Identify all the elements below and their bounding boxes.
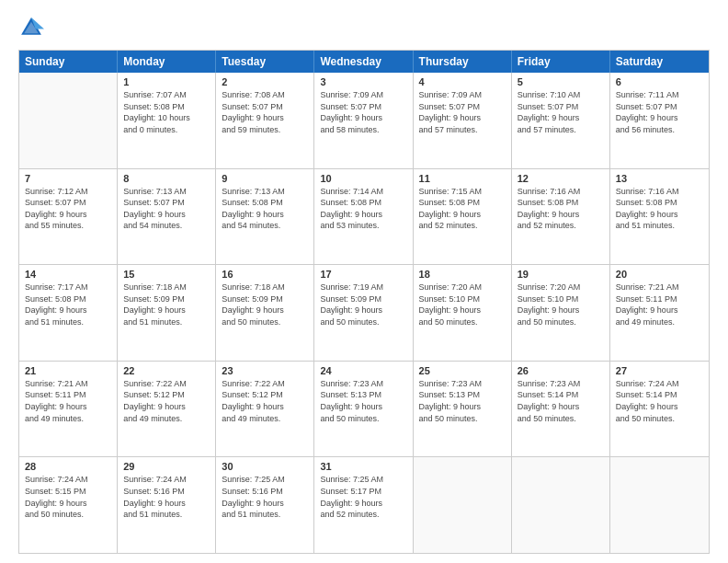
logo bbox=[18, 15, 46, 40]
calendar-day-cell: 12Sunrise: 7:16 AMSunset: 5:08 PMDayligh… bbox=[512, 169, 610, 265]
calendar-day-cell: 30Sunrise: 7:25 AMSunset: 5:16 PMDayligh… bbox=[216, 457, 314, 553]
day-info: Sunrise: 7:13 AMSunset: 5:08 PMDaylight:… bbox=[222, 186, 308, 232]
day-info: Sunrise: 7:15 AMSunset: 5:08 PMDaylight:… bbox=[419, 186, 506, 232]
day-info: Sunrise: 7:23 AMSunset: 5:14 PMDaylight:… bbox=[518, 378, 604, 424]
calendar-week-row: 21Sunrise: 7:21 AMSunset: 5:11 PMDayligh… bbox=[19, 362, 709, 458]
calendar-header-cell: Saturday bbox=[610, 51, 709, 73]
day-number: 13 bbox=[616, 173, 703, 184]
day-number: 10 bbox=[320, 173, 406, 184]
calendar-day-cell: 16Sunrise: 7:18 AMSunset: 5:09 PMDayligh… bbox=[216, 265, 314, 361]
calendar-day-cell: 15Sunrise: 7:18 AMSunset: 5:09 PMDayligh… bbox=[118, 265, 216, 361]
day-number: 12 bbox=[518, 173, 604, 184]
day-info: Sunrise: 7:11 AMSunset: 5:07 PMDaylight:… bbox=[616, 89, 703, 135]
day-number: 25 bbox=[419, 365, 506, 376]
day-info: Sunrise: 7:23 AMSunset: 5:13 PMDaylight:… bbox=[419, 378, 506, 424]
calendar-day-cell: 25Sunrise: 7:23 AMSunset: 5:13 PMDayligh… bbox=[414, 362, 512, 457]
day-info: Sunrise: 7:18 AMSunset: 5:09 PMDaylight:… bbox=[222, 282, 308, 327]
calendar-day-cell bbox=[610, 457, 709, 553]
calendar-day-cell: 2Sunrise: 7:08 AMSunset: 5:07 PMDaylight… bbox=[216, 73, 314, 168]
day-info: Sunrise: 7:16 AMSunset: 5:08 PMDaylight:… bbox=[616, 186, 703, 232]
day-number: 21 bbox=[25, 365, 111, 376]
page: SundayMondayTuesdayWednesdayThursdayFrid… bbox=[0, 0, 728, 563]
day-number: 30 bbox=[222, 461, 308, 472]
calendar-day-cell bbox=[512, 457, 610, 553]
calendar-day-cell: 1Sunrise: 7:07 AMSunset: 5:08 PMDaylight… bbox=[118, 73, 216, 168]
day-number: 16 bbox=[222, 269, 308, 280]
day-info: Sunrise: 7:16 AMSunset: 5:08 PMDaylight:… bbox=[518, 186, 604, 232]
calendar-week-row: 7Sunrise: 7:12 AMSunset: 5:07 PMDaylight… bbox=[19, 169, 709, 266]
day-number: 1 bbox=[123, 76, 210, 87]
calendar-week-row: 28Sunrise: 7:24 AMSunset: 5:15 PMDayligh… bbox=[19, 457, 709, 553]
calendar-day-cell: 23Sunrise: 7:22 AMSunset: 5:12 PMDayligh… bbox=[216, 362, 314, 457]
calendar-day-cell: 24Sunrise: 7:23 AMSunset: 5:13 PMDayligh… bbox=[314, 362, 413, 457]
calendar-day-cell: 4Sunrise: 7:09 AMSunset: 5:07 PMDaylight… bbox=[414, 73, 512, 168]
day-number: 15 bbox=[123, 269, 210, 280]
calendar-day-cell: 7Sunrise: 7:12 AMSunset: 5:07 PMDaylight… bbox=[19, 169, 118, 265]
day-number: 7 bbox=[25, 173, 111, 184]
day-info: Sunrise: 7:09 AMSunset: 5:07 PMDaylight:… bbox=[419, 89, 506, 135]
day-number: 22 bbox=[123, 365, 210, 376]
day-number: 14 bbox=[25, 269, 111, 280]
calendar-day-cell: 10Sunrise: 7:14 AMSunset: 5:08 PMDayligh… bbox=[314, 169, 413, 265]
day-info: Sunrise: 7:13 AMSunset: 5:07 PMDaylight:… bbox=[123, 186, 210, 232]
calendar-week-row: 1Sunrise: 7:07 AMSunset: 5:08 PMDaylight… bbox=[19, 73, 709, 169]
calendar-header-cell: Thursday bbox=[414, 51, 512, 73]
calendar-day-cell: 19Sunrise: 7:20 AMSunset: 5:10 PMDayligh… bbox=[512, 265, 610, 361]
day-info: Sunrise: 7:21 AMSunset: 5:11 PMDaylight:… bbox=[25, 378, 111, 424]
calendar-day-cell: 22Sunrise: 7:22 AMSunset: 5:12 PMDayligh… bbox=[118, 362, 216, 457]
calendar-day-cell: 3Sunrise: 7:09 AMSunset: 5:07 PMDaylight… bbox=[314, 73, 413, 168]
calendar-day-cell: 11Sunrise: 7:15 AMSunset: 5:08 PMDayligh… bbox=[414, 169, 512, 265]
day-number: 20 bbox=[616, 269, 703, 280]
calendar-day-cell bbox=[19, 73, 118, 168]
calendar: SundayMondayTuesdayWednesdayThursdayFrid… bbox=[18, 50, 710, 554]
day-number: 9 bbox=[222, 173, 308, 184]
day-number: 2 bbox=[222, 76, 308, 87]
day-info: Sunrise: 7:08 AMSunset: 5:07 PMDaylight:… bbox=[222, 89, 308, 135]
calendar-day-cell: 9Sunrise: 7:13 AMSunset: 5:08 PMDaylight… bbox=[216, 169, 314, 265]
calendar-day-cell: 31Sunrise: 7:25 AMSunset: 5:17 PMDayligh… bbox=[314, 457, 413, 553]
day-number: 28 bbox=[25, 461, 111, 472]
day-info: Sunrise: 7:24 AMSunset: 5:15 PMDaylight:… bbox=[25, 474, 111, 520]
calendar-day-cell: 28Sunrise: 7:24 AMSunset: 5:15 PMDayligh… bbox=[19, 457, 118, 553]
day-info: Sunrise: 7:18 AMSunset: 5:09 PMDaylight:… bbox=[123, 282, 210, 327]
day-info: Sunrise: 7:22 AMSunset: 5:12 PMDaylight:… bbox=[222, 378, 308, 424]
calendar-header: SundayMondayTuesdayWednesdayThursdayFrid… bbox=[19, 51, 709, 73]
day-number: 17 bbox=[320, 269, 406, 280]
day-number: 3 bbox=[320, 76, 406, 87]
calendar-header-cell: Sunday bbox=[19, 51, 118, 73]
calendar-day-cell: 20Sunrise: 7:21 AMSunset: 5:11 PMDayligh… bbox=[610, 265, 709, 361]
day-number: 11 bbox=[419, 173, 506, 184]
day-info: Sunrise: 7:24 AMSunset: 5:16 PMDaylight:… bbox=[123, 474, 210, 520]
day-info: Sunrise: 7:20 AMSunset: 5:10 PMDaylight:… bbox=[518, 282, 604, 327]
day-number: 26 bbox=[518, 365, 604, 376]
calendar-header-cell: Monday bbox=[118, 51, 216, 73]
day-info: Sunrise: 7:10 AMSunset: 5:07 PMDaylight:… bbox=[518, 89, 604, 135]
day-number: 5 bbox=[518, 76, 604, 87]
calendar-day-cell: 21Sunrise: 7:21 AMSunset: 5:11 PMDayligh… bbox=[19, 362, 118, 457]
calendar-week-row: 14Sunrise: 7:17 AMSunset: 5:08 PMDayligh… bbox=[19, 265, 709, 362]
day-info: Sunrise: 7:19 AMSunset: 5:09 PMDaylight:… bbox=[320, 282, 406, 327]
calendar-day-cell: 8Sunrise: 7:13 AMSunset: 5:07 PMDaylight… bbox=[118, 169, 216, 265]
day-info: Sunrise: 7:09 AMSunset: 5:07 PMDaylight:… bbox=[320, 89, 406, 135]
day-info: Sunrise: 7:14 AMSunset: 5:08 PMDaylight:… bbox=[320, 186, 406, 232]
day-info: Sunrise: 7:23 AMSunset: 5:13 PMDaylight:… bbox=[320, 378, 406, 424]
day-number: 6 bbox=[616, 76, 703, 87]
calendar-body: 1Sunrise: 7:07 AMSunset: 5:08 PMDaylight… bbox=[19, 73, 709, 553]
calendar-day-cell: 17Sunrise: 7:19 AMSunset: 5:09 PMDayligh… bbox=[314, 265, 413, 361]
calendar-header-cell: Wednesday bbox=[314, 51, 413, 73]
day-number: 19 bbox=[518, 269, 604, 280]
day-number: 23 bbox=[222, 365, 308, 376]
day-number: 27 bbox=[616, 365, 703, 376]
day-info: Sunrise: 7:21 AMSunset: 5:11 PMDaylight:… bbox=[616, 282, 703, 327]
calendar-day-cell: 29Sunrise: 7:24 AMSunset: 5:16 PMDayligh… bbox=[118, 457, 216, 553]
calendar-header-cell: Tuesday bbox=[216, 51, 314, 73]
day-number: 24 bbox=[320, 365, 406, 376]
header bbox=[18, 15, 710, 40]
calendar-day-cell: 5Sunrise: 7:10 AMSunset: 5:07 PMDaylight… bbox=[512, 73, 610, 168]
calendar-day-cell: 14Sunrise: 7:17 AMSunset: 5:08 PMDayligh… bbox=[19, 265, 118, 361]
day-number: 4 bbox=[419, 76, 506, 87]
calendar-day-cell: 6Sunrise: 7:11 AMSunset: 5:07 PMDaylight… bbox=[610, 73, 709, 168]
day-info: Sunrise: 7:25 AMSunset: 5:17 PMDaylight:… bbox=[320, 474, 406, 520]
calendar-day-cell: 18Sunrise: 7:20 AMSunset: 5:10 PMDayligh… bbox=[414, 265, 512, 361]
calendar-header-cell: Friday bbox=[512, 51, 610, 73]
